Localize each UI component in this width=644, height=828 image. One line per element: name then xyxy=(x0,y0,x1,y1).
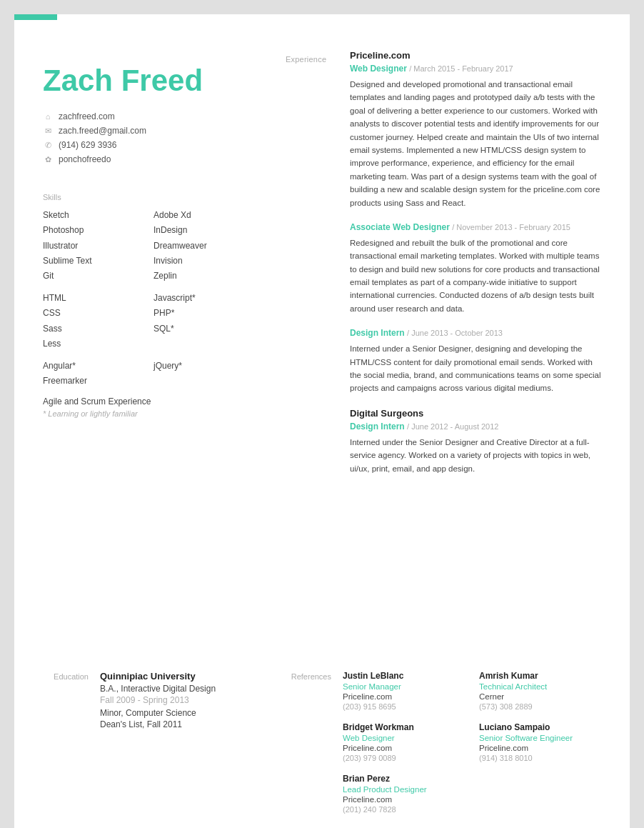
skill-empty1 xyxy=(154,337,257,351)
ref-brian-phone: (201) 240 7828 xyxy=(343,805,465,814)
ref-bridget-phone: (203) 979 0089 xyxy=(343,754,465,762)
email-text: zach.freed@gmail.com xyxy=(59,126,146,136)
experience-label-col: Experience xyxy=(286,50,350,488)
globe-icon: ✿ xyxy=(43,155,53,164)
ref-justin: Justin LeBlanc Senior Manager Priceline.… xyxy=(343,671,465,711)
ref-brian-company: Priceline.com xyxy=(343,795,465,804)
email-icon: ✉ xyxy=(43,126,53,136)
edu-institution: Quinnipiac University xyxy=(100,671,271,682)
skill-illustrator: Illustrator xyxy=(43,239,146,253)
dates-intern-pcl: / June 2013 - October 2013 xyxy=(407,329,503,337)
contact-list: ⌂ zachfreed.com ✉ zach.freed@gmail.com ✆… xyxy=(43,111,257,164)
job-title-assoc: Associate Web Designer / November 2013 -… xyxy=(350,222,601,232)
ref-luciano-name: Luciano Sampaio xyxy=(479,722,601,732)
skill-sketch: Sketch xyxy=(43,209,146,222)
skill-zeplin: Zeplin xyxy=(154,269,257,283)
title-intern-ds: Design Intern xyxy=(350,422,405,432)
ref-justin-company: Priceline.com xyxy=(343,692,465,701)
ref-amrish-name: Amrish Kumar xyxy=(479,671,601,681)
skill-sql: SQL* xyxy=(154,322,257,336)
resume-page: Zach Freed ⌂ zachfreed.com ✉ zach.freed@… xyxy=(14,14,630,828)
skill-sublimetext: Sublime Text xyxy=(43,254,146,268)
top-accent-bar xyxy=(14,14,57,20)
edu-label-row: Education Quinnipiac University B.A., In… xyxy=(43,671,271,729)
title-intern-pcl: Design Intern xyxy=(350,328,405,338)
contact-website: ⌂ zachfreed.com xyxy=(43,111,257,121)
contact-email: ✉ zach.freed@gmail.com xyxy=(43,126,257,136)
phone-icon: ✆ xyxy=(43,141,53,150)
ref-justin-name: Justin LeBlanc xyxy=(343,671,465,681)
desc-intern-ds: Interned under the Senior Designer and C… xyxy=(350,436,601,475)
ref-amrish: Amrish Kumar Technical Architect Cerner … xyxy=(479,671,601,711)
skill-photoshop: Photoshop xyxy=(43,224,146,237)
references-label: References xyxy=(286,671,343,681)
references-col: References Justin LeBlanc Senior Manager… xyxy=(271,671,601,814)
ref-brian-title: Lead Product Designer xyxy=(343,785,465,794)
job-title-intern-ds: Design Intern / June 2012 - August 2012 xyxy=(350,422,601,432)
skill-angular: Angular* xyxy=(43,359,146,373)
job-assoc-webdesigner: Associate Web Designer / November 2013 -… xyxy=(350,222,601,315)
education-label: Education xyxy=(43,671,100,681)
education-content: Quinnipiac University B.A., Interactive … xyxy=(100,671,271,729)
ref-amrish-company: Cerner xyxy=(479,692,601,701)
ref-bridget-name: Bridget Workman xyxy=(343,722,465,732)
ref-amrish-title: Technical Architect xyxy=(479,682,601,691)
skill-indesign: InDesign xyxy=(154,224,257,237)
full-name: Zach Freed xyxy=(43,64,257,97)
phone-text: (914) 629 3936 xyxy=(59,140,116,150)
skill-less: Less xyxy=(43,337,146,351)
references-grid: Justin LeBlanc Senior Manager Priceline.… xyxy=(343,671,601,814)
skill-php: PHP* xyxy=(154,306,257,320)
ref-justin-phone: (203) 915 8695 xyxy=(343,702,465,711)
ref-luciano-title: Senior Software Engineer xyxy=(479,734,601,742)
company-digitalsurgeons: Digital Surgeons xyxy=(350,408,601,419)
skill-adobexd: Adobe Xd xyxy=(154,209,257,222)
skill-html: HTML xyxy=(43,291,146,305)
skill-css: CSS xyxy=(43,306,146,320)
skill-empty2 xyxy=(154,374,257,388)
skills-note: * Learning or lightly familiar xyxy=(43,409,257,418)
skill-sass: Sass xyxy=(43,322,146,336)
design-tools-grid: Sketch Adobe Xd Photoshop InDesign Illus… xyxy=(43,209,257,283)
title-assoc: Associate Web Designer xyxy=(350,222,450,232)
ref-bridget: Bridget Workman Web Designer Priceline.c… xyxy=(343,722,465,762)
ref-bridget-company: Priceline.com xyxy=(343,744,465,752)
refs-label-row: References Justin LeBlanc Senior Manager… xyxy=(286,671,601,814)
skills-label: Skills xyxy=(43,193,257,201)
dates-intern-ds: / June 2012 - August 2012 xyxy=(407,422,498,431)
experience-label: Experience xyxy=(286,55,341,64)
edu-dates: Fall 2009 - Spring 2013 xyxy=(100,695,271,705)
desc-webdesigner: Designed and developed promotional and t… xyxy=(350,78,601,209)
contact-handle: ✿ ponchofreedo xyxy=(43,154,257,164)
skills-section: Skills Sketch Adobe Xd Photoshop InDesig… xyxy=(43,193,257,418)
job-intern-priceline: Design Intern / June 2013 - October 2013… xyxy=(350,328,601,395)
contact-phone: ✆ (914) 629 3936 xyxy=(43,140,257,150)
frameworks-grid: Angular* jQuery* Freemarker xyxy=(43,359,257,388)
edu-honor: Dean's List, Fall 2011 xyxy=(100,719,271,729)
skill-javascript: Javascript* xyxy=(154,291,257,305)
right-column: Experience Priceline.com Web Designer / … xyxy=(271,50,601,621)
job-digital-surgeons: Digital Surgeons Design Intern / June 20… xyxy=(350,408,601,475)
company-priceline: Priceline.com xyxy=(350,50,601,61)
code-skills-grid: HTML Javascript* CSS PHP* Sass SQL* Less xyxy=(43,291,257,351)
ref-luciano: Luciano Sampaio Senior Software Engineer… xyxy=(479,722,601,762)
bottom-section: Education Quinnipiac University B.A., In… xyxy=(14,657,630,828)
agile-text: Agile and Scrum Experience xyxy=(43,396,257,406)
ref-luciano-company: Priceline.com xyxy=(479,744,601,752)
desc-assoc: Redesigned and rebuilt the bulk of the p… xyxy=(350,236,601,315)
dates-assoc: / November 2013 - February 2015 xyxy=(452,223,570,231)
ref-justin-title: Senior Manager xyxy=(343,682,465,691)
experience-section: Experience Priceline.com Web Designer / … xyxy=(286,50,601,488)
ref-luciano-phone: (914) 318 8010 xyxy=(479,754,601,762)
experience-content: Priceline.com Web Designer / March 2015 … xyxy=(350,50,601,488)
skill-git: Git xyxy=(43,269,146,283)
ref-bridget-title: Web Designer xyxy=(343,734,465,742)
skill-freemarker: Freemarker xyxy=(43,374,146,388)
ref-brian: Brian Perez Lead Product Designer Pricel… xyxy=(343,774,465,814)
skill-jquery: jQuery* xyxy=(154,359,257,373)
skill-dreamweaver: Dreamweaver xyxy=(154,239,257,253)
skill-invision: Invision xyxy=(154,254,257,268)
left-column: Zach Freed ⌂ zachfreed.com ✉ zach.freed@… xyxy=(43,50,271,621)
website-text: zachfreed.com xyxy=(59,111,115,121)
edu-minor: Minor, Computer Science xyxy=(100,708,271,718)
